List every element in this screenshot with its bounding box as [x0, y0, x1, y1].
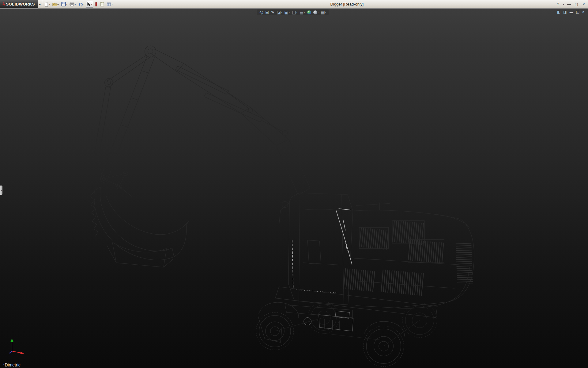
- chevron-down-icon[interactable]: ▾: [281, 11, 282, 13]
- solidworks-logo-mark: ϟ: [2, 2, 5, 7]
- titlebar: ϟ SOLIDWORKS ▸ ▾ ▾ ▾ ▾ ▾: [0, 0, 588, 9]
- edit-appearance-icon: [307, 10, 311, 14]
- printer-icon: [70, 2, 74, 7]
- select-cursor-icon: [87, 2, 91, 6]
- pane-right-icon[interactable]: ◨: [563, 10, 567, 14]
- doc-restore-icon[interactable]: ◱: [576, 10, 579, 14]
- solidworks-brand-text: SOLIDWORKS: [6, 2, 35, 6]
- apply-scene-icon: [313, 10, 317, 14]
- main-toolbar: ▾ ▾ ▾ ▾ ▾ ▾: [42, 0, 115, 8]
- rebuild-button[interactable]: [94, 1, 98, 8]
- view-settings-button[interactable]: ▦ ▾: [321, 10, 326, 14]
- open-folder-icon: [52, 2, 58, 7]
- file-properties-button[interactable]: [99, 1, 105, 8]
- pane-left-icon[interactable]: ◧: [557, 10, 560, 14]
- close-icon[interactable]: ×: [581, 2, 587, 7]
- chevron-down-icon[interactable]: ▾: [75, 3, 76, 6]
- zoom-to-area-icon: ⊞: [265, 10, 269, 14]
- chevron-down-icon[interactable]: ▾: [91, 3, 92, 6]
- save-button[interactable]: ▾: [61, 1, 68, 8]
- new-document-icon: [44, 2, 49, 7]
- rebuild-icon: [95, 2, 98, 7]
- apply-scene-button[interactable]: ▾: [313, 10, 319, 14]
- headsup-view-toolbar: ◎ ⊞ ✎ ◪ ▾ ▣ ▾ ◫ ▾ ▤ ▾: [257, 10, 329, 15]
- select-button[interactable]: ▾: [86, 1, 93, 8]
- print-button[interactable]: ▾: [69, 1, 77, 8]
- clipboard-icon: [100, 2, 104, 7]
- zoom-to-fit-button[interactable]: ◎: [259, 10, 263, 14]
- window-controls: ? ▾ — ▢ ×: [555, 0, 587, 9]
- new-document-button[interactable]: ▾: [43, 1, 51, 8]
- options-grid-icon: [107, 2, 111, 7]
- window-title: Digger [Read-only]: [330, 2, 364, 6]
- digger-wireframe-model: [0, 9, 588, 368]
- chevron-down-icon[interactable]: ▾: [325, 11, 326, 13]
- section-view-button[interactable]: ◪ ▾: [277, 10, 282, 14]
- chevron-down-icon[interactable]: ▾: [111, 3, 113, 6]
- chevron-down-icon[interactable]: ▾: [296, 11, 298, 13]
- previous-view-icon: ✎: [271, 10, 275, 14]
- edit-appearance-button[interactable]: [307, 10, 311, 14]
- chevron-down-icon[interactable]: ▾: [58, 3, 59, 6]
- help-icon[interactable]: ?: [555, 2, 561, 7]
- doc-close-icon[interactable]: ×: [582, 10, 584, 14]
- chevron-down-icon[interactable]: ▾: [49, 3, 50, 6]
- undo-button[interactable]: ▾: [77, 1, 85, 8]
- panel-splitter-handle[interactable]: ◂◂: [0, 186, 2, 195]
- view-settings-icon: ▦: [321, 10, 325, 14]
- document-window-controls: ◧ ◨ ▬ ◱ ×: [557, 10, 584, 14]
- view-orientation-cube-icon: ▣: [285, 10, 288, 14]
- orientation-triad: [7, 337, 26, 356]
- zoom-to-area-button[interactable]: ⊞: [265, 10, 269, 14]
- hide-show-items-icon: ▤: [300, 10, 303, 14]
- chevron-down-icon[interactable]: ▾: [562, 2, 565, 7]
- view-orientation-button[interactable]: ▣ ▾: [285, 10, 290, 14]
- chevron-down-icon[interactable]: ▾: [304, 11, 305, 13]
- chevron-down-icon[interactable]: ▾: [83, 3, 85, 6]
- section-view-icon: ◪: [277, 10, 281, 14]
- solidworks-logo: ϟ SOLIDWORKS: [0, 0, 38, 8]
- zoom-to-fit-icon: ◎: [259, 10, 263, 14]
- chevron-down-icon[interactable]: ▾: [289, 11, 290, 13]
- undo-arrow-icon: [78, 2, 83, 7]
- open-button[interactable]: ▾: [52, 1, 60, 8]
- options-button[interactable]: ▾: [106, 1, 113, 8]
- maximize-icon[interactable]: ▢: [573, 2, 579, 7]
- save-floppy-icon: [61, 2, 66, 7]
- minimize-icon[interactable]: —: [566, 2, 572, 7]
- hide-show-items-button[interactable]: ▤ ▾: [300, 10, 305, 14]
- chevron-down-icon[interactable]: ▾: [66, 3, 67, 6]
- menu-expand-arrow[interactable]: ▸: [38, 0, 42, 8]
- previous-view-button[interactable]: ✎: [271, 10, 275, 14]
- display-style-button[interactable]: ◫ ▾: [292, 10, 297, 14]
- doc-minimize-icon[interactable]: ▬: [570, 10, 573, 14]
- solidworks-window: ϟ SOLIDWORKS ▸ ▾ ▾ ▾ ▾ ▾: [0, 0, 588, 368]
- view-orientation-label: *Dimetric: [3, 362, 21, 367]
- chevron-down-icon[interactable]: ▾: [318, 11, 319, 13]
- graphics-area[interactable]: ◎ ⊞ ✎ ◪ ▾ ▣ ▾ ◫ ▾ ▤ ▾: [0, 9, 588, 368]
- display-style-icon: ◫: [292, 10, 296, 14]
